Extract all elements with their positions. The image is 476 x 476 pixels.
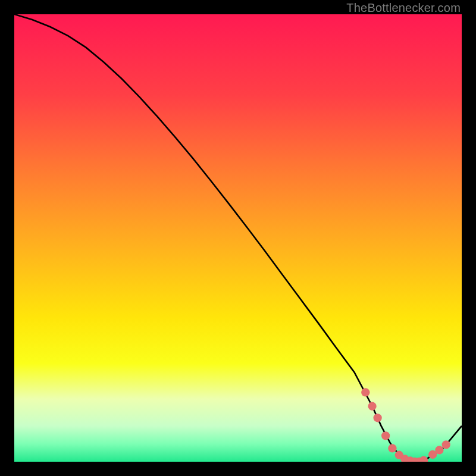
valley-marker-dot [381, 431, 390, 440]
valley-marker-dot [419, 456, 428, 462]
valley-marker-dot [442, 440, 450, 449]
valley-marker-dot [361, 388, 369, 396]
valley-markers [361, 388, 450, 462]
curve-layer [14, 14, 462, 462]
valley-marker-dot [368, 402, 376, 411]
attribution-label: TheBottlenecker.com [346, 1, 461, 15]
valley-marker-dot [373, 414, 381, 422]
main-curve [14, 14, 462, 462]
valley-marker-dot [435, 446, 443, 454]
chart-stage: TheBottlenecker.com [0, 0, 476, 476]
valley-marker-dot [388, 444, 396, 452]
plot-area [14, 14, 462, 462]
